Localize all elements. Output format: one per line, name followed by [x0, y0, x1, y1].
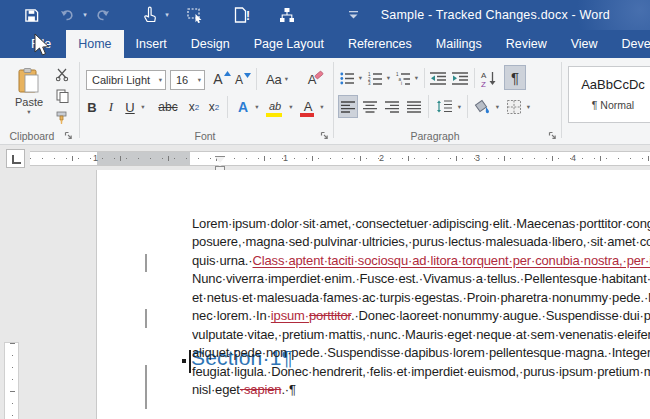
paste-button[interactable]: Paste ▾	[8, 64, 50, 120]
change-bar	[145, 365, 147, 410]
borders-icon[interactable]	[504, 95, 524, 118]
change-bar	[145, 254, 147, 272]
numbering-dropdown-icon[interactable]: ▾	[384, 68, 393, 88]
font-size-combobox[interactable]: 16 ▾	[170, 70, 205, 90]
font-name-value: Calibri Light	[92, 74, 150, 86]
left-tab-icon	[12, 155, 21, 164]
align-left-button[interactable]	[338, 95, 358, 118]
borders-dropdown-icon[interactable]: ▾	[524, 95, 533, 118]
tab-mailings[interactable]: Mailings	[424, 30, 494, 58]
justify-button[interactable]	[404, 95, 424, 118]
text-line[interactable]: feugiat·ligula.·Donec·hendrerit,·felis·e…	[192, 364, 650, 383]
font-color-button[interactable]: A	[298, 94, 318, 118]
tab-design[interactable]: Design	[179, 30, 242, 58]
bold-button[interactable]: B	[84, 96, 100, 118]
numbering-icon[interactable]: 123	[366, 68, 384, 88]
italic-button[interactable]: I	[104, 96, 118, 118]
clipboard-dialog-launcher-icon[interactable]	[64, 131, 74, 141]
font-color-dropdown-icon[interactable]: ▾	[317, 96, 327, 118]
text-line[interactable]: Lorem·ipsum·dolor·sit·amet,·consectetuer…	[192, 216, 650, 235]
font-size-dropdown-icon[interactable]: ▾	[198, 76, 201, 84]
style-preview-text: AaBbCcDc	[569, 77, 650, 92]
shading-dropdown-icon[interactable]: ▾	[493, 95, 502, 118]
show-formatting-marks-toggle[interactable]: ¶	[504, 65, 526, 90]
text-run: posuere,·magna·sed·pulvinar·ultricies,·p…	[192, 234, 650, 249]
line-spacing-dropdown-icon[interactable]: ▾	[455, 95, 464, 118]
tab-view[interactable]: View	[559, 30, 610, 58]
tab-page-layout[interactable]: Page Layout	[242, 30, 336, 58]
underline-dropdown-icon[interactable]: ▾	[138, 96, 148, 118]
shading-icon[interactable]	[471, 95, 493, 118]
change-bar	[145, 309, 147, 327]
paragraph-dialog-launcher-icon[interactable]	[548, 131, 558, 141]
text-line[interactable]: et·netus·et·malesuada·fames·ac·turpis·eg…	[192, 290, 650, 309]
svg-text:i: i	[401, 81, 402, 86]
bullets-dropdown-icon[interactable]: ▾	[356, 68, 365, 88]
superscript-button[interactable]: x2	[204, 96, 224, 118]
font-name-combobox[interactable]: Calibri Light ▾	[86, 70, 166, 90]
style-normal-gallery-item[interactable]: AaBbCcDc ¶ Normal	[568, 66, 650, 123]
decrease-indent-icon[interactable]	[428, 68, 448, 88]
clipboard-group-label: Clipboard	[6, 130, 58, 142]
title-bar: ▾ ▾ ! Sample	[0, 0, 650, 30]
ruler-number: 3	[475, 153, 480, 163]
first-line-indent-marker[interactable]	[215, 157, 225, 163]
ruler-row: 1 1234	[0, 145, 650, 170]
paste-label: Paste	[15, 96, 43, 108]
ruler-number: 2	[379, 153, 384, 163]
multilevel-dropdown-icon[interactable]: ▾	[412, 68, 421, 88]
ruler-number: 1	[283, 153, 288, 163]
sort-icon[interactable]: AZ	[478, 66, 500, 90]
font-color-swatch	[300, 113, 314, 117]
ruler-number: 4	[571, 153, 576, 163]
highlight-color-swatch	[266, 113, 282, 117]
font-name-dropdown-icon[interactable]: ▾	[159, 76, 162, 84]
window-title: Sample - Tracked Changes.docx - Word	[0, 0, 610, 30]
horizontal-ruler[interactable]: 1 1234	[30, 151, 650, 166]
text-line[interactable]: quis·urna.·Class·aptent·taciti·sociosqu·…	[192, 253, 650, 272]
text-line[interactable]: nec·lorem.·In·ipsum·porttitor.·Donec·lao…	[192, 308, 650, 327]
multilevel-list-icon[interactable]: 1ai	[394, 68, 412, 88]
line-spacing-icon[interactable]	[433, 95, 455, 118]
svg-text:3: 3	[368, 81, 371, 86]
increase-indent-icon[interactable]	[450, 68, 470, 88]
tab-references[interactable]: References	[336, 30, 424, 58]
align-right-button[interactable]	[382, 95, 402, 118]
text-line[interactable]: Nunc·viverra·imperdiet·enim.·Fusce·est.·…	[192, 271, 650, 290]
document-area: 12 Section·1¶ Lorem·ipsum·dolor·sit·amet…	[0, 170, 650, 419]
change-case-button[interactable]: Aa▾	[262, 68, 292, 90]
align-center-button[interactable]	[360, 95, 380, 118]
font-dialog-launcher-icon[interactable]	[320, 131, 330, 141]
text-run: aliquet·pede·non·pede.·Suspendisse·dapib…	[192, 345, 650, 360]
text-line[interactable]: aliquet·pede·non·pede.·Suspendisse·dapib…	[192, 345, 650, 364]
subscript-button[interactable]: x2	[184, 96, 204, 118]
text-highlight-button[interactable]: ab	[264, 94, 286, 118]
text-run: et·netus·et·malesuada·fames·ac·turpis·eg…	[192, 290, 650, 305]
tab-insert[interactable]: Insert	[124, 30, 179, 58]
shrink-font-button[interactable]: A	[234, 70, 252, 90]
text-line[interactable]: vulputate·vitae,·pretium·mattis,·nunc.·M…	[192, 327, 650, 346]
sort-z-letter: Z	[481, 79, 486, 88]
cut-icon[interactable]	[52, 66, 72, 82]
text-run: quis·urna.·	[192, 253, 253, 268]
ruler-margin-number: 1	[93, 153, 98, 163]
clear-formatting-button[interactable]: A	[304, 68, 328, 90]
text-effects-button[interactable]: A	[232, 96, 254, 118]
grow-font-button[interactable]: A	[212, 68, 232, 90]
tab-review[interactable]: Review	[494, 30, 559, 58]
tab-home[interactable]: Home	[66, 30, 123, 58]
text-effects-dropdown-icon[interactable]: ▾	[252, 96, 262, 118]
underline-button[interactable]: U	[122, 96, 138, 118]
text-line[interactable]: nisl·eget·sapien.·¶	[192, 382, 650, 401]
text-line[interactable]: posuere,·magna·sed·pulvinar·ultricies,·p…	[192, 234, 650, 253]
tracked-deletion: porttitor	[309, 308, 351, 323]
bullets-icon[interactable]	[338, 68, 356, 88]
copy-icon[interactable]	[52, 88, 72, 104]
strikethrough-button[interactable]: abc	[154, 96, 182, 118]
vertical-ruler[interactable]: 12	[4, 342, 19, 419]
format-painter-icon[interactable]	[52, 110, 72, 126]
tab-developer[interactable]: Developer	[610, 30, 650, 58]
tab-selector-button[interactable]	[6, 149, 25, 168]
text-run: nec·lorem.·In·	[192, 308, 271, 323]
highlight-dropdown-icon[interactable]: ▾	[286, 96, 296, 118]
